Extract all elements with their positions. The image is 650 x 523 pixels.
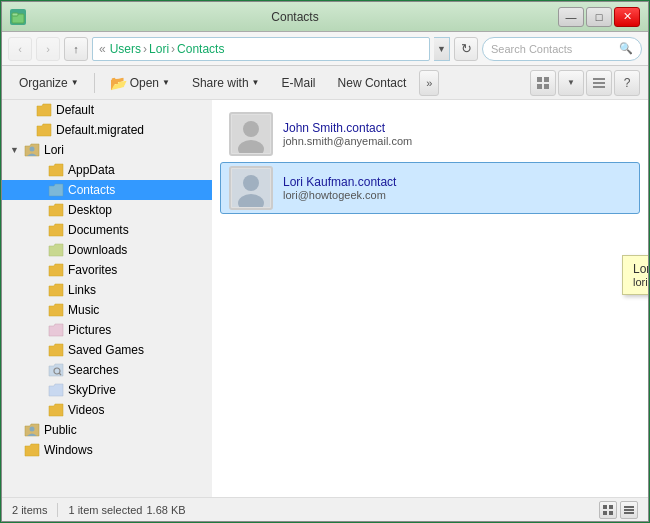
svg-rect-19 [603, 505, 607, 509]
sidebar-item-appdata[interactable]: AppData [2, 160, 212, 180]
sidebar-item-pictures[interactable]: Pictures [2, 320, 212, 340]
folder-icon [48, 243, 64, 257]
sidebar-label-windows: Windows [44, 443, 93, 457]
back-button[interactable]: ‹ [8, 37, 32, 61]
svg-rect-5 [544, 84, 549, 89]
folder-icon [48, 223, 64, 237]
refresh-button[interactable]: ↻ [454, 37, 478, 61]
search-box[interactable]: Search Contacts 🔍 [482, 37, 642, 61]
sidebar-label-default: Default [56, 103, 94, 117]
svg-rect-2 [537, 77, 542, 82]
title-bar: Contacts — □ ✕ [2, 2, 648, 32]
path-dropdown[interactable]: ▼ [434, 37, 450, 61]
sidebar-item-default[interactable]: Default [2, 100, 212, 120]
email-button[interactable]: E-Mail [273, 70, 325, 96]
svg-rect-23 [624, 506, 634, 508]
path-root: « [99, 42, 106, 56]
more-button[interactable]: » [419, 70, 439, 96]
minimize-button[interactable]: — [558, 7, 584, 27]
sidebar-item-saved-games[interactable]: Saved Games [2, 340, 212, 360]
svg-rect-21 [603, 511, 607, 515]
status-view-list[interactable] [620, 501, 638, 519]
status-separator [57, 503, 58, 517]
sidebar-label-downloads: Downloads [68, 243, 127, 257]
svg-rect-4 [537, 84, 542, 89]
sidebar-item-favorites[interactable]: Favorites [2, 260, 212, 280]
sidebar-item-contacts[interactable]: Contacts [2, 180, 212, 200]
sidebar-item-lori[interactable]: ▼ Lori [2, 140, 212, 160]
organize-button[interactable]: Organize ▼ [10, 70, 88, 96]
path-users[interactable]: Users [110, 42, 141, 56]
path-lori[interactable]: Lori [149, 42, 169, 56]
close-button[interactable]: ✕ [614, 7, 640, 27]
share-button[interactable]: Share with ▼ [183, 70, 269, 96]
address-path[interactable]: « Users › Lori › Contacts [92, 37, 430, 61]
contact-tooltip: Lori Kaufman lori@howtogeek.com [622, 255, 648, 295]
folder-icon [48, 263, 64, 277]
status-count: 2 items [12, 504, 47, 516]
view-icon-button-1[interactable] [530, 70, 556, 96]
folder-icon [48, 283, 64, 297]
contact-item-lori-kaufman[interactable]: Lori Kaufman.contact lori@howtogeek.com [220, 162, 640, 214]
sidebar-item-downloads[interactable]: Downloads [2, 240, 212, 260]
sidebar-label-music: Music [68, 303, 99, 317]
sidebar-item-documents[interactable]: Documents [2, 220, 212, 240]
contact-item-john-smith[interactable]: John Smith.contact john.smith@anyemail.c… [220, 108, 640, 160]
window-title: Contacts [32, 10, 558, 24]
svg-rect-7 [593, 82, 605, 84]
sidebar-label-searches: Searches [68, 363, 119, 377]
search-icon: 🔍 [619, 42, 633, 55]
contact-avatar-john [229, 112, 273, 156]
maximize-button[interactable]: □ [586, 7, 612, 27]
folder-icon [36, 103, 52, 117]
folder-icon [48, 163, 64, 177]
status-bar: 2 items 1 item selected 1.68 KB [2, 497, 648, 521]
contact-email-john: john.smith@anyemail.com [283, 135, 631, 147]
sidebar-label-pictures: Pictures [68, 323, 111, 337]
svg-rect-22 [609, 511, 613, 515]
view-details-button[interactable] [586, 70, 612, 96]
sidebar-item-music[interactable]: Music [2, 300, 212, 320]
sidebar-item-skydrive[interactable]: SkyDrive [2, 380, 212, 400]
sidebar-label-videos: Videos [68, 403, 104, 417]
app-icon [10, 9, 26, 25]
view-controls: ▼ ? [530, 70, 640, 96]
path-contacts[interactable]: Contacts [177, 42, 224, 56]
sidebar-item-desktop[interactable]: Desktop [2, 200, 212, 220]
search-placeholder: Search Contacts [491, 43, 572, 55]
tooltip-email: lori@howtogeek.com [633, 276, 648, 288]
sidebar-label-skydrive: SkyDrive [68, 383, 116, 397]
file-pane[interactable]: John Smith.contact john.smith@anyemail.c… [212, 100, 648, 497]
contact-info-lori: Lori Kaufman.contact lori@howtogeek.com [283, 175, 631, 201]
up-button[interactable]: ↑ [64, 37, 88, 61]
status-size: 1.68 KB [146, 504, 185, 516]
view-dropdown-button[interactable]: ▼ [558, 70, 584, 96]
forward-button[interactable]: › [36, 37, 60, 61]
folder-icon [24, 443, 40, 457]
main-window: Contacts — □ ✕ ‹ › ↑ « Users › Lori › Co… [1, 1, 649, 522]
share-dropdown-icon: ▼ [252, 78, 260, 87]
sidebar-label-appdata: AppData [68, 163, 115, 177]
status-view-grid[interactable] [599, 501, 617, 519]
sidebar-item-links[interactable]: Links [2, 280, 212, 300]
folder-icon [48, 323, 64, 337]
folder-icon [48, 403, 64, 417]
svg-rect-1 [12, 13, 18, 16]
help-button[interactable]: ? [614, 70, 640, 96]
contact-email-lori: lori@howtogeek.com [283, 189, 631, 201]
status-selected: 1 item selected [68, 504, 142, 516]
sidebar-item-windows[interactable]: Windows [2, 440, 212, 460]
tooltip-name: Lori Kaufman [633, 262, 648, 276]
open-button[interactable]: 📂 Open ▼ [101, 70, 179, 96]
sidebar-item-default-migrated[interactable]: Default.migrated [2, 120, 212, 140]
status-view-icons [599, 501, 638, 519]
svg-point-9 [30, 147, 35, 152]
svg-rect-6 [593, 78, 605, 80]
open-dropdown-icon: ▼ [162, 78, 170, 87]
folder-icon [24, 143, 40, 157]
new-contact-button[interactable]: New Contact [329, 70, 416, 96]
sidebar: Default Default.migrated ▼ Lori [2, 100, 212, 497]
sidebar-item-searches[interactable]: Searches [2, 360, 212, 380]
sidebar-item-public[interactable]: Public [2, 420, 212, 440]
sidebar-item-videos[interactable]: Videos [2, 400, 212, 420]
